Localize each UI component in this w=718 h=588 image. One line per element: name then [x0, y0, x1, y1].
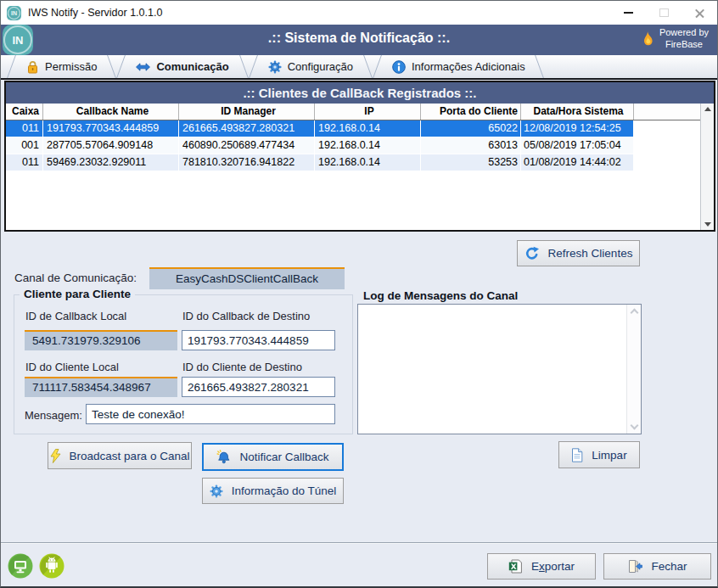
monitor-icon	[8, 553, 33, 579]
group-title: Cliente para Cliente	[20, 288, 135, 300]
table-scrollbar[interactable]	[700, 104, 714, 230]
excel-icon	[508, 559, 523, 574]
fechar-button[interactable]: Fechar	[603, 553, 711, 580]
canal-comunicacao-label: Canal de Comunicação:	[14, 272, 137, 284]
info-icon	[392, 60, 406, 74]
tab-informacoes-adicionais[interactable]: Informações Adicionais	[384, 55, 534, 78]
refresh-icon	[524, 246, 540, 261]
app-icon: IN	[7, 6, 21, 20]
scroll-down-icon[interactable]	[630, 422, 638, 430]
table-row[interactable]: 011 59469.23032.929011 781810.320716.941…	[6, 154, 700, 171]
tab-separator	[105, 55, 127, 78]
desktop-status-button[interactable]	[8, 553, 33, 579]
log-mensagens-area[interactable]	[357, 304, 642, 434]
exit-door-icon	[627, 559, 642, 574]
id-cliente-local-field: 711117.583454.348967	[25, 377, 177, 397]
lock-icon	[26, 60, 39, 74]
window-controls	[610, 1, 717, 25]
tab-separator	[238, 55, 260, 78]
powered-by-text: Powered by FireBase	[659, 27, 709, 51]
exportar-label: Exportar	[531, 560, 575, 573]
flame-icon	[641, 31, 654, 48]
tab-separator	[362, 55, 384, 78]
refresh-clientes-button[interactable]: Refresh Clientes	[517, 240, 640, 266]
close-button[interactable]	[682, 1, 717, 25]
column-header-id-manager[interactable]: ID Manager	[179, 104, 315, 120]
maximize-icon	[659, 8, 669, 17]
tab-configuracao[interactable]: Configuração	[260, 55, 362, 78]
title-bar[interactable]: IN IWS Notify - Servidor 1.0.1.0	[1, 1, 717, 25]
column-header-porta[interactable]: Porta do Cliente	[421, 104, 521, 120]
android-status-button[interactable]	[39, 553, 65, 579]
exportar-button[interactable]: Exportar	[487, 553, 596, 580]
double-arrow-icon	[136, 61, 150, 73]
tab-permissao[interactable]: Permissão	[18, 55, 105, 78]
footer-divider	[1, 542, 717, 543]
gear-icon	[268, 60, 282, 74]
log-scrollbar[interactable]	[626, 305, 641, 434]
log-content	[358, 305, 626, 434]
log-mensagens-title: Log de Mensagens do Canal	[363, 289, 518, 302]
clients-grid: Caixa Callback Name ID Manager IP Porta …	[6, 104, 714, 230]
window-title: IWS Notify - Servidor 1.0.1.0	[28, 7, 162, 19]
tab-comunicacao[interactable]: Comunicação	[127, 55, 237, 78]
bell-icon	[216, 450, 231, 464]
broadcast-canal-button[interactable]: Broadcast para o Canal	[48, 442, 192, 469]
powered-by-firebase: Powered by FireBase	[641, 27, 709, 51]
scroll-up-icon[interactable]	[630, 309, 638, 317]
column-header-callback-name[interactable]: Callback Name	[43, 104, 179, 120]
column-header-ip[interactable]: IP	[315, 104, 421, 120]
notificar-callback-button[interactable]: Notificar Callback	[202, 443, 344, 471]
id-cliente-local-label: ID do Cliente Local	[25, 361, 119, 373]
canal-comunicacao-field: EasyCashDSClientCallBack	[149, 267, 345, 289]
id-callback-destino-label: ID do Callback de Destino	[182, 310, 310, 322]
id-callback-destino-input[interactable]	[182, 330, 335, 350]
clients-panel: .:: Clientes de CallBack Registrados ::.…	[4, 81, 715, 232]
mensagem-input[interactable]	[86, 404, 335, 424]
lightning-icon	[50, 449, 61, 463]
column-header-caixa[interactable]: Caixa	[6, 104, 43, 120]
grid-header-row: Caixa Callback Name ID Manager IP Porta …	[6, 104, 700, 120]
id-cliente-destino-label: ID do Cliente de Destino	[182, 361, 302, 373]
minimize-button[interactable]	[610, 1, 646, 25]
column-header-data-hora[interactable]: Data/Hora Sistema	[521, 104, 634, 120]
scroll-down-icon[interactable]	[704, 222, 711, 227]
app-window: IN IWS Notify - Servidor 1.0.1.0 IN .:: …	[0, 0, 718, 588]
id-callback-local-field: 5491.731979.329106	[25, 330, 177, 350]
tab-edge	[6, 55, 18, 78]
informacao-tunel-button[interactable]: Informação do Túnel	[202, 478, 344, 504]
clients-panel-title: .:: Clientes de CallBack Registrados ::.	[6, 82, 714, 104]
document-icon	[571, 448, 583, 462]
id-callback-local-label: ID de Callback Local	[25, 310, 126, 322]
gear-icon	[210, 484, 223, 498]
table-row[interactable]: 001 287705.57064.909148 460890.250689.47…	[6, 137, 700, 154]
close-icon	[694, 8, 705, 19]
scroll-up-icon[interactable]	[704, 107, 711, 111]
app-header: IN .:: Sistema de Notificação ::. Powere…	[1, 25, 717, 55]
table-row[interactable]: 011 191793.770343.444859 261665.493827.2…	[6, 120, 700, 137]
mensagem-label: Mensagem:	[25, 409, 82, 422]
tab-bar: Permissão Comunicação Configuração	[1, 55, 717, 80]
page-title: .:: Sistema de Notificação ::.	[1, 31, 717, 46]
tab-edge	[534, 55, 546, 78]
maximize-button[interactable]	[646, 1, 682, 25]
android-icon	[39, 553, 65, 579]
limpar-button[interactable]: Limpar	[558, 441, 640, 468]
minimize-icon	[624, 12, 633, 14]
id-cliente-destino-input[interactable]	[182, 377, 335, 397]
cliente-para-cliente-group: Cliente para Cliente ID de Callback Loca…	[14, 294, 353, 434]
